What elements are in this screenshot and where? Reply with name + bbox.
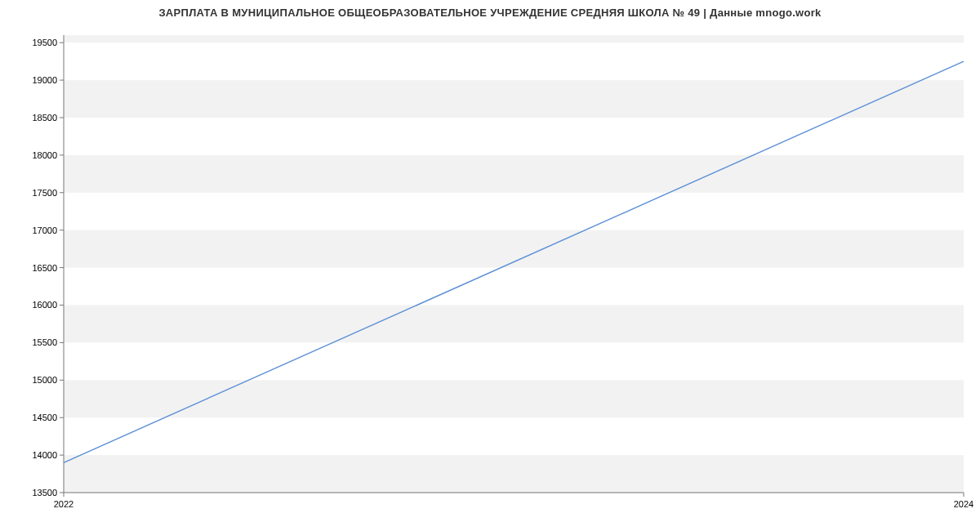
grid-band [64,380,964,417]
y-tick-label: 19000 [32,75,57,85]
chart-svg: 1350014000145001500015500160001650017000… [0,19,980,525]
x-tick-label: 2024 [954,499,973,509]
x-tick-label: 2022 [54,499,74,509]
y-tick-label: 16000 [32,300,57,310]
y-tick-label: 18000 [32,150,57,160]
chart-area: 1350014000145001500015500160001650017000… [0,19,980,525]
y-tick-label: 17000 [32,225,57,235]
y-tick-label: 14000 [32,450,57,460]
grid-band [64,455,964,493]
grid-band [64,80,964,118]
grid-band [64,35,964,42]
y-tick-label: 15500 [32,337,57,347]
y-tick-label: 17500 [32,188,57,198]
y-tick-label: 18500 [32,113,57,123]
y-tick-label: 19500 [32,38,57,47]
grid-band [64,155,964,193]
y-tick-label: 15000 [32,375,57,385]
grid-band [64,305,964,342]
y-tick-label: 14500 [32,413,57,422]
y-tick-label: 16500 [32,263,57,273]
chart-title: ЗАРПЛАТА В МУНИЦИПАЛЬНОЕ ОБЩЕОБРАЗОВАТЕЛ… [0,0,980,19]
y-tick-label: 13500 [32,488,57,498]
